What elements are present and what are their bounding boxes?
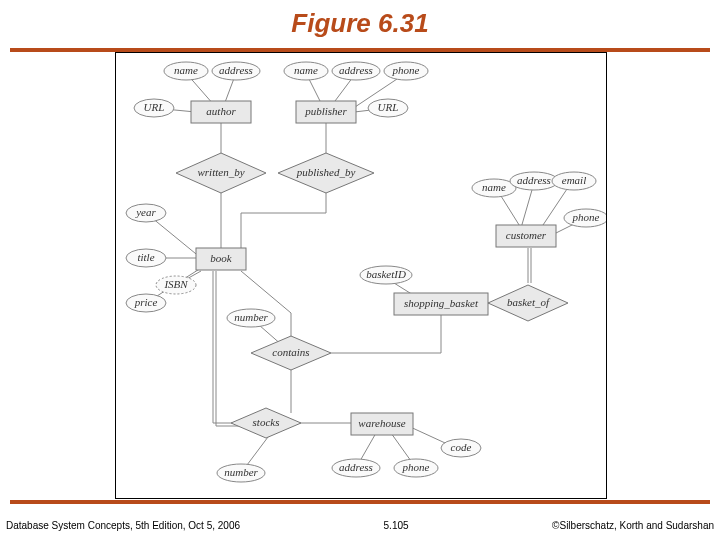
attr-book-price: price [126, 294, 166, 312]
svg-text:address: address [219, 64, 253, 76]
svg-text:price: price [134, 296, 158, 308]
svg-text:basketID: basketID [366, 268, 406, 280]
svg-text:published_by: published_by [296, 166, 356, 178]
svg-text:book: book [210, 252, 233, 264]
rel-published-by: published_by [278, 153, 374, 193]
attr-basket-id: basketID [360, 266, 412, 284]
rel-basket-of: basket_of [488, 285, 568, 321]
attr-author-address: address [212, 62, 260, 80]
svg-text:number: number [234, 311, 268, 323]
svg-text:basket_of: basket_of [507, 296, 551, 308]
svg-text:stocks: stocks [253, 416, 280, 428]
svg-text:publisher: publisher [304, 105, 347, 117]
footer-right: ©Silberschatz, Korth and Sudarshan [552, 520, 714, 531]
attr-pub-name: name [284, 62, 328, 80]
entity-warehouse: warehouse [351, 413, 413, 435]
entity-book: book [196, 248, 246, 270]
attr-cust-address: address [510, 172, 558, 190]
entity-shopping-basket: shopping_basket [394, 293, 488, 315]
attr-pub-phone: phone [384, 62, 428, 80]
attr-book-title: title [126, 249, 166, 267]
footer-center: 5.105 [384, 520, 409, 531]
svg-text:address: address [339, 64, 373, 76]
svg-text:URL: URL [378, 101, 399, 113]
svg-text:number: number [224, 466, 258, 478]
entity-customer: customer [496, 225, 556, 247]
attr-cust-phone: phone [564, 209, 606, 227]
attr-cust-name: name [472, 179, 516, 197]
attr-wh-code: code [441, 439, 481, 457]
svg-text:phone: phone [572, 211, 600, 223]
svg-text:email: email [562, 174, 586, 186]
attr-book-isbn: ISBN [156, 276, 196, 294]
attr-pub-address: address [332, 62, 380, 80]
svg-text:year: year [135, 206, 156, 218]
entity-publisher: publisher [296, 101, 356, 123]
svg-text:name: name [174, 64, 198, 76]
bottom-rule [10, 500, 710, 504]
svg-text:name: name [482, 181, 506, 193]
svg-text:shopping_basket: shopping_basket [404, 297, 479, 309]
svg-text:contains: contains [272, 346, 309, 358]
attr-book-year: year [126, 204, 166, 222]
footer: Database System Concepts, 5th Edition, O… [0, 520, 720, 531]
er-diagram: author name address URL publisher name a… [115, 52, 607, 499]
attr-cust-email: email [552, 172, 596, 190]
svg-text:URL: URL [144, 101, 165, 113]
attr-author-url: URL [134, 99, 174, 117]
svg-text:code: code [451, 441, 472, 453]
svg-text:ISBN: ISBN [163, 278, 188, 290]
svg-text:author: author [206, 105, 236, 117]
attr-wh-phone: phone [394, 459, 438, 477]
attr-pub-url: URL [368, 99, 408, 117]
svg-text:customer: customer [506, 229, 547, 241]
attr-stocks-number: number [217, 464, 265, 482]
svg-text:name: name [294, 64, 318, 76]
svg-text:title: title [137, 251, 154, 263]
attr-author-name: name [164, 62, 208, 80]
rel-contains: contains [251, 336, 331, 370]
svg-text:address: address [517, 174, 551, 186]
footer-left: Database System Concepts, 5th Edition, O… [6, 520, 240, 531]
svg-text:warehouse: warehouse [358, 417, 405, 429]
rel-written-by: written_by [176, 153, 266, 193]
entity-author: author [191, 101, 251, 123]
attr-contains-number: number [227, 309, 275, 327]
attr-wh-address: address [332, 459, 380, 477]
svg-text:phone: phone [402, 461, 430, 473]
figure-title: Figure 6.31 [0, 0, 720, 39]
svg-text:phone: phone [392, 64, 420, 76]
svg-text:written_by: written_by [197, 166, 244, 178]
svg-text:address: address [339, 461, 373, 473]
